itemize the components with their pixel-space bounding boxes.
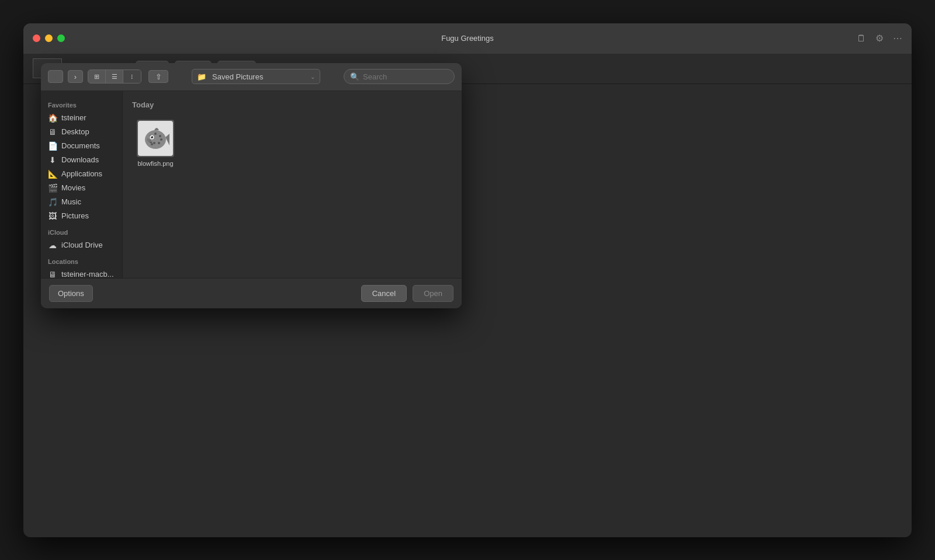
title-bar: Fugu Greetings 🗒 ⚙ ⋯ bbox=[23, 23, 912, 54]
locations-section-header: Locations bbox=[41, 252, 122, 267]
file-thumbnail bbox=[137, 120, 174, 157]
title-bar-right: 🗒 ⚙ ⋯ bbox=[857, 33, 902, 44]
window-title: Fugu Greetings bbox=[441, 34, 494, 43]
footer-action-buttons: Cancel Open bbox=[361, 285, 453, 302]
sidebar-item-movies[interactable]: 🎬 Movies bbox=[41, 181, 122, 195]
computer-icon: 🖥 bbox=[48, 270, 57, 278]
traffic-lights bbox=[33, 34, 65, 42]
search-icon: 🔍 bbox=[350, 72, 359, 81]
sidebar-item-downloads[interactable]: ⬇ Downloads bbox=[41, 153, 122, 167]
sidebar-item-tsteiner-label: tsteiner bbox=[61, 113, 86, 122]
sidebar-item-computer[interactable]: 🖥 tsteiner-macb... bbox=[41, 267, 122, 278]
music-icon: 🎵 bbox=[48, 197, 57, 207]
sidebar-item-movies-label: Movies bbox=[61, 183, 85, 192]
view-toggle-group: ⊞ ☰ ⫶ bbox=[88, 69, 141, 84]
svg-point-12 bbox=[151, 136, 152, 137]
fullscreen-button[interactable] bbox=[57, 34, 65, 42]
minimize-button[interactable] bbox=[45, 34, 53, 42]
icloud-section-header: iCloud bbox=[41, 223, 122, 238]
favorites-section-header: Favorites bbox=[41, 96, 122, 111]
column-view-button[interactable]: ⫶ bbox=[123, 70, 141, 83]
chevron-down-icon: ⌄ bbox=[310, 74, 315, 80]
icloud-drive-icon: ☁ bbox=[48, 241, 57, 250]
sidebar-item-desktop[interactable]: 🖥 Desktop bbox=[41, 125, 122, 139]
cancel-button[interactable]: Cancel bbox=[361, 285, 407, 302]
location-dropdown[interactable]: 📁 Saved Pictures ⌄ bbox=[192, 69, 320, 84]
svg-point-9 bbox=[151, 143, 153, 145]
svg-point-8 bbox=[160, 138, 162, 141]
gear-icon[interactable]: ⚙ bbox=[875, 33, 884, 44]
desktop-icon: 🖥 bbox=[48, 127, 57, 137]
sidebar-item-icloud-drive-label: iCloud Drive bbox=[61, 241, 103, 249]
sidebar: Favorites 🏠 tsteiner 🖥 Desktop 📄 Documen… bbox=[41, 91, 123, 278]
movies-icon: 🎬 bbox=[48, 183, 57, 193]
applications-icon: 📐 bbox=[48, 169, 57, 179]
blowfish-thumbnail-image bbox=[138, 121, 173, 156]
mac-window: Fugu Greetings 🗒 ⚙ ⋯ 25 Clear Import Exp… bbox=[23, 23, 912, 537]
options-button[interactable]: Options bbox=[49, 285, 93, 302]
downloads-icon: ⬇ bbox=[48, 155, 57, 165]
icon-view-button[interactable]: ⊞ bbox=[88, 70, 106, 83]
home-icon: 🏠 bbox=[48, 113, 57, 123]
file-open-dialog: ‹ › ⊞ ☰ ⫶ ⇧ 📁 Saved Pictures ⌄ 🔍 bbox=[41, 63, 462, 308]
file-grid: blowfish.png bbox=[132, 116, 452, 171]
location-name: Saved Pictures bbox=[212, 72, 263, 81]
close-button[interactable] bbox=[33, 34, 40, 42]
svg-point-3 bbox=[154, 133, 157, 135]
forward-button[interactable]: › bbox=[68, 70, 83, 83]
sidebar-item-applications-label: Applications bbox=[61, 169, 102, 178]
sidebar-item-pictures[interactable]: 🖼 Pictures bbox=[41, 209, 122, 223]
date-section-header: Today bbox=[132, 100, 452, 109]
sidebar-item-applications[interactable]: 📐 Applications bbox=[41, 167, 122, 181]
file-item-blowfish[interactable]: blowfish.png bbox=[132, 116, 179, 171]
sidebar-item-documents[interactable]: 📄 Documents bbox=[41, 139, 122, 153]
folder-up-button[interactable]: ⇧ bbox=[148, 70, 168, 83]
folder-icon: 📁 bbox=[197, 72, 206, 81]
file-name: blowfish.png bbox=[137, 160, 173, 167]
open-button[interactable]: Open bbox=[413, 285, 453, 302]
search-input[interactable] bbox=[363, 72, 448, 81]
svg-point-7 bbox=[158, 142, 160, 144]
dialog-toolbar: ‹ › ⊞ ☰ ⫶ ⇧ 📁 Saved Pictures ⌄ 🔍 bbox=[41, 63, 462, 91]
dialog-footer: Options Cancel Open bbox=[41, 278, 462, 308]
document-icon[interactable]: 🗒 bbox=[857, 33, 866, 44]
sidebar-item-tsteiner[interactable]: 🏠 tsteiner bbox=[41, 111, 122, 125]
documents-icon: 📄 bbox=[48, 141, 57, 151]
sidebar-item-downloads-label: Downloads bbox=[61, 155, 99, 164]
sidebar-item-pictures-label: Pictures bbox=[61, 211, 89, 220]
sidebar-item-music[interactable]: 🎵 Music bbox=[41, 195, 122, 209]
sidebar-item-music-label: Music bbox=[61, 197, 81, 206]
more-options-icon[interactable]: ⋯ bbox=[893, 33, 902, 44]
sidebar-item-computer-label: tsteiner-macb... bbox=[61, 270, 114, 278]
sidebar-item-icloud-drive[interactable]: ☁ iCloud Drive bbox=[41, 238, 122, 252]
dialog-main-content: Today bbox=[123, 91, 462, 278]
svg-point-4 bbox=[159, 135, 161, 137]
sidebar-item-documents-label: Documents bbox=[61, 141, 100, 150]
svg-point-6 bbox=[153, 142, 155, 144]
search-box[interactable]: 🔍 bbox=[344, 69, 455, 84]
list-view-button[interactable]: ☰ bbox=[106, 70, 123, 83]
back-button[interactable]: ‹ bbox=[48, 70, 63, 83]
sidebar-item-desktop-label: Desktop bbox=[61, 127, 89, 136]
pictures-icon: 🖼 bbox=[48, 211, 57, 221]
dialog-body: Favorites 🏠 tsteiner 🖥 Desktop 📄 Documen… bbox=[41, 91, 462, 278]
